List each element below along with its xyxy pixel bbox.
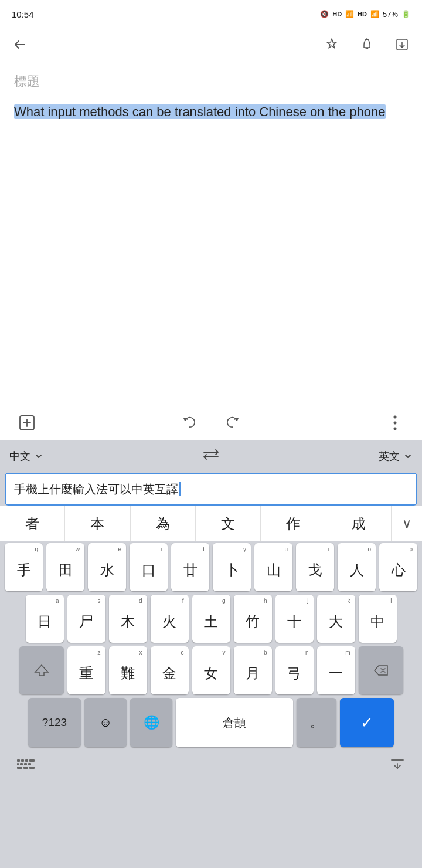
svg-rect-11 xyxy=(20,763,23,765)
svg-rect-10 xyxy=(17,763,19,765)
key-row-bottom: ?123 ☺ 🌐 倉頡 。 ✓ xyxy=(2,698,420,747)
mute-icon: 🔇 xyxy=(320,10,329,18)
add-button[interactable] xyxy=(16,412,38,433)
lang-right-label: 英文 xyxy=(379,449,400,463)
key-backspace[interactable] xyxy=(359,646,403,694)
keyboard-area: q 手 w 田 e 水 r 口 t 廿 y 卜 xyxy=(0,541,422,747)
key-卜[interactable]: y 卜 xyxy=(213,543,251,591)
back-button[interactable] xyxy=(9,34,30,55)
suggestion-bar: 者 本 為 文 作 成 ∨ xyxy=(0,506,422,541)
status-bar: 10:54 🔇 HD 📶 HD 📶 57% 🔋 xyxy=(0,0,422,28)
pin-button[interactable] xyxy=(321,34,342,55)
status-time: 10:54 xyxy=(12,9,34,19)
svg-rect-12 xyxy=(24,763,27,765)
key-sym[interactable]: ?123 xyxy=(28,698,81,747)
keyboard-layout-icon[interactable] xyxy=(16,758,35,772)
key-row-2: a 日 s 尸 d 木 f 火 g 土 h 竹 xyxy=(2,595,420,643)
battery-icon: 🔋 xyxy=(401,10,410,18)
key-手[interactable]: q 手 xyxy=(5,543,43,591)
enter-icon: ✓ xyxy=(360,714,373,732)
suggestion-0[interactable]: 者 xyxy=(0,506,65,541)
key-廿[interactable]: t 廿 xyxy=(171,543,209,591)
svg-rect-6 xyxy=(17,760,20,762)
signal2-icon: 📶 xyxy=(370,10,379,18)
key-globe[interactable]: 🌐 xyxy=(130,698,172,747)
ime-input-text: 手機上什麼輸入法可以中英互譯 xyxy=(14,482,178,497)
svg-point-4 xyxy=(394,421,397,424)
expand-icon: ∨ xyxy=(402,516,411,531)
suggestion-2[interactable]: 為 xyxy=(131,506,196,541)
key-火[interactable]: f 火 xyxy=(151,595,189,643)
signal-icon: 📶 xyxy=(345,10,354,18)
ime-container: 中文 英文 手機上什麼輸入法可以中英互譯 者 本 xyxy=(0,440,422,868)
key-重[interactable]: z 重 xyxy=(67,646,106,694)
key-山[interactable]: u 山 xyxy=(254,543,292,591)
svg-rect-15 xyxy=(23,767,28,769)
key-shift[interactable] xyxy=(19,646,64,694)
key-竹[interactable]: h 竹 xyxy=(234,595,272,643)
key-十[interactable]: j 十 xyxy=(275,595,314,643)
key-emoji[interactable]: ☺ xyxy=(84,698,127,747)
suggestion-expand-button[interactable]: ∨ xyxy=(392,506,422,541)
more-button[interactable] xyxy=(384,412,406,433)
bottom-toolbar xyxy=(0,405,422,440)
status-icons: 🔇 HD 📶 HD 📶 57% 🔋 xyxy=(320,10,410,19)
key-弓[interactable]: n 弓 xyxy=(275,646,314,694)
key-土[interactable]: g 土 xyxy=(192,595,230,643)
emoji-icon: ☺ xyxy=(99,715,112,730)
battery-text: 57% xyxy=(383,10,398,19)
suggestion-4[interactable]: 作 xyxy=(261,506,326,541)
key-row-3: z 重 x 難 c 金 v 女 b 月 n 弓 xyxy=(2,646,420,694)
svg-rect-8 xyxy=(25,760,28,762)
suggestion-3[interactable]: 文 xyxy=(196,506,261,541)
lang-right-selector[interactable]: 英文 xyxy=(379,449,413,463)
svg-point-5 xyxy=(394,427,397,430)
bell-button[interactable] xyxy=(356,34,377,55)
key-女[interactable]: v 女 xyxy=(192,646,230,694)
key-尸[interactable]: s 尸 xyxy=(67,595,106,643)
redo-button[interactable] xyxy=(222,412,243,433)
svg-rect-13 xyxy=(28,763,31,765)
key-難[interactable]: x 難 xyxy=(109,646,147,694)
key-口[interactable]: r 口 xyxy=(130,543,168,591)
key-月[interactable]: b 月 xyxy=(234,646,272,694)
globe-icon: 🌐 xyxy=(144,715,159,730)
key-大[interactable]: k 大 xyxy=(317,595,355,643)
note-title-placeholder: 標題 xyxy=(14,73,408,90)
key-心[interactable]: p 心 xyxy=(379,543,417,591)
suggestion-5[interactable]: 成 xyxy=(326,506,392,541)
suggestion-1[interactable]: 本 xyxy=(65,506,130,541)
key-一[interactable]: m 一 xyxy=(317,646,355,694)
key-田[interactable]: w 田 xyxy=(46,543,84,591)
ime-bottom-row xyxy=(0,750,422,780)
key-戈[interactable]: i 戈 xyxy=(296,543,334,591)
ime-input-field[interactable]: 手機上什麼輸入法可以中英互譯 xyxy=(5,473,417,506)
key-enter[interactable]: ✓ xyxy=(340,698,394,747)
key-中[interactable]: l 中 xyxy=(359,595,397,643)
hd2-icon: HD xyxy=(358,11,367,18)
key-period[interactable]: 。 xyxy=(297,698,336,747)
key-space[interactable]: 倉頡 xyxy=(176,698,293,747)
svg-rect-0 xyxy=(365,39,369,40)
svg-rect-16 xyxy=(29,767,35,769)
svg-rect-14 xyxy=(17,767,22,769)
lang-left-label: 中文 xyxy=(9,449,30,463)
undo-button[interactable] xyxy=(179,412,200,433)
ime-lang-bar: 中文 英文 xyxy=(0,440,422,473)
note-area[interactable]: 標題 What input methods can be translated … xyxy=(0,61,422,121)
key-人[interactable]: o 人 xyxy=(338,543,376,591)
svg-rect-9 xyxy=(29,760,35,762)
hd-icon: HD xyxy=(332,11,342,18)
download-button[interactable] xyxy=(392,34,413,55)
lang-left-selector[interactable]: 中文 xyxy=(9,449,43,463)
keyboard-dismiss-button[interactable] xyxy=(389,755,406,774)
svg-rect-7 xyxy=(21,760,24,762)
key-水[interactable]: e 水 xyxy=(88,543,126,591)
selected-text: What input methods can be translated int… xyxy=(14,104,386,119)
svg-point-3 xyxy=(394,415,397,418)
key-木[interactable]: d 木 xyxy=(109,595,147,643)
key-金[interactable]: c 金 xyxy=(151,646,189,694)
note-body[interactable]: What input methods can be translated int… xyxy=(14,102,408,121)
lang-switch-button[interactable] xyxy=(202,447,220,465)
key-日[interactable]: a 日 xyxy=(26,595,64,643)
